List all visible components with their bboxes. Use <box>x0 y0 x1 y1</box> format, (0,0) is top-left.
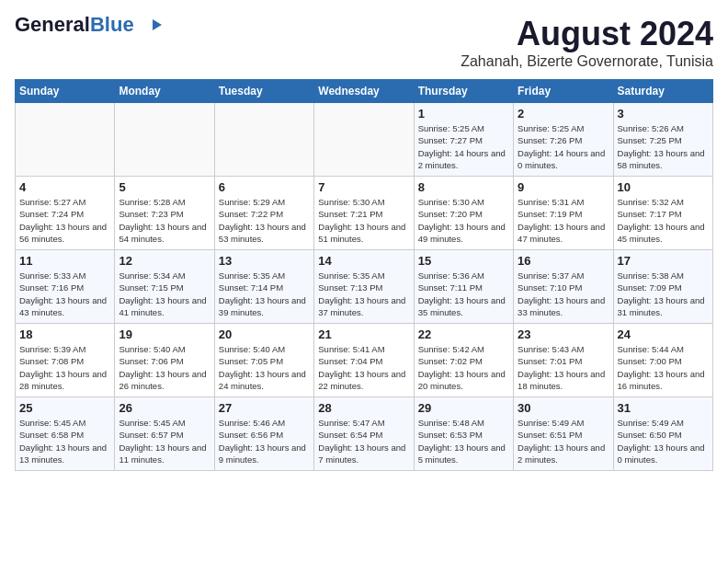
calendar-cell <box>115 103 214 177</box>
day-content: Sunrise: 5:45 AM Sunset: 6:58 PM Dayligh… <box>19 417 110 465</box>
calendar-cell: 6Sunrise: 5:29 AM Sunset: 7:22 PM Daylig… <box>214 177 313 250</box>
day-content: Sunrise: 5:37 AM Sunset: 7:10 PM Dayligh… <box>518 270 609 318</box>
calendar-cell: 2Sunrise: 5:25 AM Sunset: 7:26 PM Daylig… <box>514 103 613 177</box>
day-number: 10 <box>618 180 709 194</box>
calendar-cell: 16Sunrise: 5:37 AM Sunset: 7:10 PM Dayli… <box>514 250 613 324</box>
day-content: Sunrise: 5:46 AM Sunset: 6:56 PM Dayligh… <box>219 417 310 465</box>
calendar-cell: 11Sunrise: 5:33 AM Sunset: 7:16 PM Dayli… <box>16 250 115 324</box>
day-number: 8 <box>418 180 509 194</box>
day-content: Sunrise: 5:25 AM Sunset: 7:26 PM Dayligh… <box>518 122 609 171</box>
calendar-cell: 8Sunrise: 5:30 AM Sunset: 7:20 PM Daylig… <box>414 177 513 250</box>
day-number: 7 <box>318 180 409 194</box>
day-number: 26 <box>119 401 210 415</box>
calendar-cell: 25Sunrise: 5:45 AM Sunset: 6:58 PM Dayli… <box>16 397 115 471</box>
weekday-header-thursday: Thursday <box>414 80 513 103</box>
calendar-cell: 20Sunrise: 5:40 AM Sunset: 7:05 PM Dayli… <box>214 324 313 397</box>
calendar-cell: 15Sunrise: 5:36 AM Sunset: 7:11 PM Dayli… <box>414 250 513 324</box>
logo-icon <box>136 17 162 32</box>
day-content: Sunrise: 5:28 AM Sunset: 7:23 PM Dayligh… <box>119 196 210 245</box>
logo-text: GeneralBlue <box>15 15 134 35</box>
page-title: August 2024 <box>461 15 713 53</box>
calendar-cell: 26Sunrise: 5:45 AM Sunset: 6:57 PM Dayli… <box>115 397 214 471</box>
calendar-cell: 18Sunrise: 5:39 AM Sunset: 7:08 PM Dayli… <box>16 324 115 397</box>
day-number: 1 <box>418 107 509 121</box>
calendar-cell <box>214 103 313 177</box>
day-number: 21 <box>318 327 409 341</box>
calendar-cell: 10Sunrise: 5:32 AM Sunset: 7:17 PM Dayli… <box>613 177 712 250</box>
calendar-cell: 24Sunrise: 5:44 AM Sunset: 7:00 PM Dayli… <box>613 324 712 397</box>
day-content: Sunrise: 5:39 AM Sunset: 7:08 PM Dayligh… <box>19 343 110 392</box>
day-content: Sunrise: 5:44 AM Sunset: 7:00 PM Dayligh… <box>618 343 709 392</box>
calendar-cell: 5Sunrise: 5:28 AM Sunset: 7:23 PM Daylig… <box>115 177 214 250</box>
day-content: Sunrise: 5:47 AM Sunset: 6:54 PM Dayligh… <box>318 417 409 465</box>
calendar-cell: 14Sunrise: 5:35 AM Sunset: 7:13 PM Dayli… <box>314 250 414 324</box>
day-content: Sunrise: 5:42 AM Sunset: 7:02 PM Dayligh… <box>418 343 509 392</box>
weekday-header-wednesday: Wednesday <box>314 80 414 103</box>
day-content: Sunrise: 5:38 AM Sunset: 7:09 PM Dayligh… <box>618 270 709 318</box>
day-content: Sunrise: 5:32 AM Sunset: 7:17 PM Dayligh… <box>618 196 709 245</box>
day-number: 4 <box>19 180 110 194</box>
day-number: 14 <box>318 254 409 268</box>
page-header: GeneralBlue August 2024 Zahanah, Bizerte… <box>15 15 713 70</box>
day-content: Sunrise: 5:45 AM Sunset: 6:57 PM Dayligh… <box>119 417 210 465</box>
calendar-week-row: 1Sunrise: 5:25 AM Sunset: 7:27 PM Daylig… <box>16 103 713 177</box>
day-number: 11 <box>19 254 110 268</box>
day-number: 3 <box>618 107 709 121</box>
weekday-header-row: SundayMondayTuesdayWednesdayThursdayFrid… <box>16 80 713 103</box>
calendar-cell: 13Sunrise: 5:35 AM Sunset: 7:14 PM Dayli… <box>214 250 313 324</box>
svg-marker-0 <box>136 19 162 30</box>
day-number: 17 <box>618 254 709 268</box>
day-content: Sunrise: 5:49 AM Sunset: 6:50 PM Dayligh… <box>618 417 709 465</box>
day-content: Sunrise: 5:35 AM Sunset: 7:13 PM Dayligh… <box>318 270 409 318</box>
calendar-table: SundayMondayTuesdayWednesdayThursdayFrid… <box>15 79 713 471</box>
day-number: 18 <box>19 327 110 341</box>
calendar-cell <box>314 103 414 177</box>
title-block: August 2024 Zahanah, Bizerte Governorate… <box>461 15 713 70</box>
calendar-week-row: 11Sunrise: 5:33 AM Sunset: 7:16 PM Dayli… <box>16 250 713 324</box>
day-content: Sunrise: 5:35 AM Sunset: 7:14 PM Dayligh… <box>219 270 310 318</box>
day-number: 23 <box>518 327 609 341</box>
day-content: Sunrise: 5:27 AM Sunset: 7:24 PM Dayligh… <box>19 196 110 245</box>
day-content: Sunrise: 5:40 AM Sunset: 7:06 PM Dayligh… <box>119 343 210 392</box>
day-number: 2 <box>518 107 609 121</box>
day-content: Sunrise: 5:30 AM Sunset: 7:20 PM Dayligh… <box>418 196 509 245</box>
day-content: Sunrise: 5:41 AM Sunset: 7:04 PM Dayligh… <box>318 343 409 392</box>
day-number: 9 <box>518 180 609 194</box>
weekday-header-monday: Monday <box>115 80 214 103</box>
day-number: 28 <box>318 401 409 415</box>
day-number: 13 <box>219 254 310 268</box>
calendar-cell: 28Sunrise: 5:47 AM Sunset: 6:54 PM Dayli… <box>314 397 414 471</box>
weekday-header-tuesday: Tuesday <box>214 80 313 103</box>
calendar-cell: 21Sunrise: 5:41 AM Sunset: 7:04 PM Dayli… <box>314 324 414 397</box>
calendar-cell: 30Sunrise: 5:49 AM Sunset: 6:51 PM Dayli… <box>514 397 613 471</box>
calendar-week-row: 25Sunrise: 5:45 AM Sunset: 6:58 PM Dayli… <box>16 397 713 471</box>
day-content: Sunrise: 5:40 AM Sunset: 7:05 PM Dayligh… <box>219 343 310 392</box>
day-number: 24 <box>618 327 709 341</box>
day-content: Sunrise: 5:36 AM Sunset: 7:11 PM Dayligh… <box>418 270 509 318</box>
calendar-cell: 17Sunrise: 5:38 AM Sunset: 7:09 PM Dayli… <box>613 250 712 324</box>
calendar-week-row: 4Sunrise: 5:27 AM Sunset: 7:24 PM Daylig… <box>16 177 713 250</box>
calendar-cell <box>16 103 115 177</box>
day-content: Sunrise: 5:49 AM Sunset: 6:51 PM Dayligh… <box>518 417 609 465</box>
calendar-cell: 23Sunrise: 5:43 AM Sunset: 7:01 PM Dayli… <box>514 324 613 397</box>
day-number: 30 <box>518 401 609 415</box>
day-content: Sunrise: 5:25 AM Sunset: 7:27 PM Dayligh… <box>418 122 509 171</box>
day-content: Sunrise: 5:26 AM Sunset: 7:25 PM Dayligh… <box>618 122 709 171</box>
day-number: 31 <box>618 401 709 415</box>
day-number: 6 <box>219 180 310 194</box>
calendar-cell: 4Sunrise: 5:27 AM Sunset: 7:24 PM Daylig… <box>16 177 115 250</box>
day-content: Sunrise: 5:30 AM Sunset: 7:21 PM Dayligh… <box>318 196 409 245</box>
day-number: 20 <box>219 327 310 341</box>
weekday-header-friday: Friday <box>514 80 613 103</box>
calendar-cell: 7Sunrise: 5:30 AM Sunset: 7:21 PM Daylig… <box>314 177 414 250</box>
weekday-header-saturday: Saturday <box>613 80 712 103</box>
day-number: 16 <box>518 254 609 268</box>
day-number: 15 <box>418 254 509 268</box>
calendar-cell: 9Sunrise: 5:31 AM Sunset: 7:19 PM Daylig… <box>514 177 613 250</box>
calendar-cell: 12Sunrise: 5:34 AM Sunset: 7:15 PM Dayli… <box>115 250 214 324</box>
day-content: Sunrise: 5:48 AM Sunset: 6:53 PM Dayligh… <box>418 417 509 465</box>
weekday-header-sunday: Sunday <box>16 80 115 103</box>
day-number: 29 <box>418 401 509 415</box>
calendar-cell: 31Sunrise: 5:49 AM Sunset: 6:50 PM Dayli… <box>613 397 712 471</box>
calendar-cell: 22Sunrise: 5:42 AM Sunset: 7:02 PM Dayli… <box>414 324 513 397</box>
